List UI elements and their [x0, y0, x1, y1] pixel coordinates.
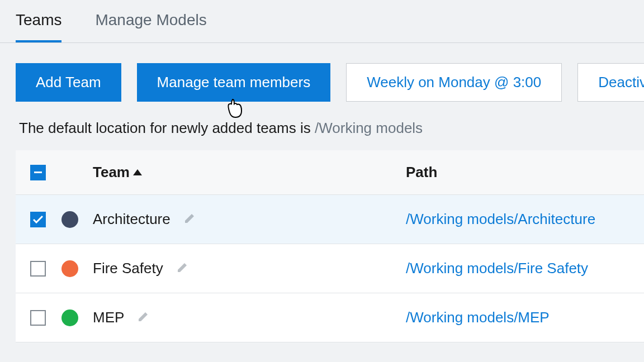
manage-team-members-button[interactable]: Manage team members	[137, 63, 331, 102]
color-col	[61, 309, 93, 326]
color-dot-icon	[61, 309, 78, 326]
path-col: /Working models/Architecture	[406, 211, 629, 228]
edit-icon[interactable]	[184, 213, 195, 226]
path-col: /Working models/Fire Safety	[406, 260, 629, 277]
color-col	[61, 211, 93, 228]
edit-icon[interactable]	[177, 262, 188, 275]
team-name: Architecture	[93, 211, 171, 228]
team-col: Fire Safety	[93, 260, 406, 277]
table-row: Architecture /Working models/Architectur…	[16, 195, 644, 244]
team-name: MEP	[93, 309, 124, 326]
checkbox-col	[30, 212, 61, 227]
info-prefix: The default location for newly added tea…	[19, 120, 315, 136]
tab-teams[interactable]: Teams	[16, 11, 61, 42]
team-column-header[interactable]: Team	[93, 164, 142, 181]
deactivate-button[interactable]: Deactivate	[577, 63, 644, 102]
info-text: The default location for newly added tea…	[0, 115, 644, 150]
path-col: /Working models/MEP	[406, 309, 629, 326]
color-col	[61, 260, 93, 277]
path-link[interactable]: /Working models/Fire Safety	[406, 260, 588, 277]
team-col: MEP	[93, 309, 406, 326]
select-all-checkbox[interactable]	[30, 165, 46, 180]
tabs-bar: Teams Manage Models	[0, 0, 644, 43]
checkbox-header-col	[30, 165, 61, 180]
color-dot-icon	[61, 211, 78, 228]
path-header-col: Path	[406, 164, 629, 181]
checkbox-col	[30, 310, 61, 326]
row-checkbox[interactable]	[30, 212, 46, 227]
row-checkbox[interactable]	[30, 261, 46, 277]
table-header: Team Path	[16, 150, 644, 195]
team-header-label: Team	[93, 164, 130, 181]
sort-asc-icon	[133, 169, 142, 175]
team-header-col: Team	[93, 164, 406, 181]
edit-icon[interactable]	[138, 311, 149, 325]
team-col: Architecture	[93, 211, 406, 228]
info-path: /Working models	[315, 120, 423, 136]
checkbox-col	[30, 261, 61, 277]
toolbar: Add Team Manage team members Weekly on M…	[0, 43, 644, 115]
add-team-button[interactable]: Add Team	[16, 63, 121, 102]
table-row: Fire Safety /Working models/Fire Safety	[16, 244, 644, 293]
table-row: MEP /Working models/MEP	[16, 293, 644, 342]
row-checkbox[interactable]	[30, 310, 46, 326]
tab-manage-models[interactable]: Manage Models	[95, 11, 206, 42]
schedule-button[interactable]: Weekly on Monday @ 3:00	[346, 63, 562, 102]
path-link[interactable]: /Working models/Architecture	[406, 211, 595, 227]
color-dot-icon	[61, 260, 78, 277]
path-link[interactable]: /Working models/MEP	[406, 309, 550, 326]
path-column-header[interactable]: Path	[406, 164, 629, 181]
teams-table: Team Path Architecture /Working models/A…	[16, 150, 644, 342]
team-name: Fire Safety	[93, 260, 163, 277]
